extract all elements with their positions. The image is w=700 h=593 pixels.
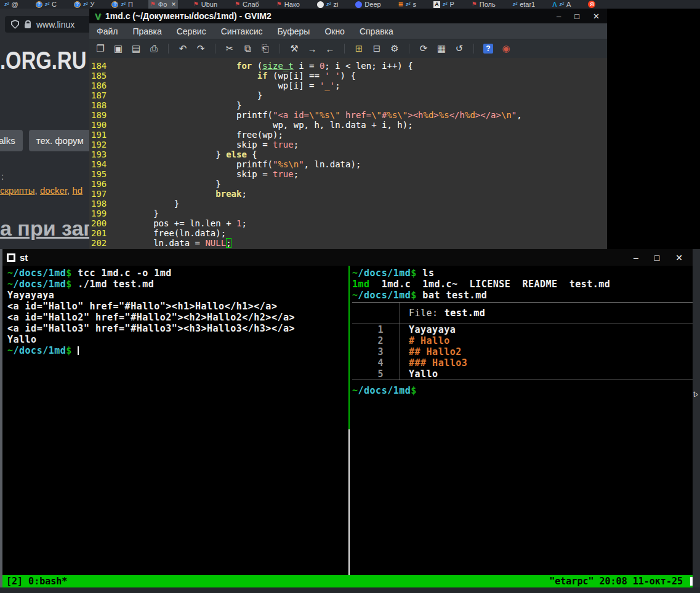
line-number: 190 (91, 120, 112, 130)
terminal-line: ~/docs/1md$ ls (352, 268, 693, 279)
minimize-button[interactable]: – (557, 12, 561, 21)
lock-icon (25, 23, 31, 28)
terminal-titlebar[interactable]: st – □ ✕ (2, 249, 693, 266)
toolbar-undo-icon[interactable]: ↶ (178, 43, 188, 54)
toolbar-cut-icon[interactable]: ✂ (225, 43, 235, 54)
arch-icon: Λ (552, 0, 557, 9)
toolbar-open-icon[interactable]: ❐ (95, 43, 105, 54)
taskbar-item[interactable]: Я (586, 0, 597, 9)
gvim-menu-item[interactable]: Синтаксис (221, 26, 263, 36)
taskbar-item[interactable]: ⚑Нако (275, 0, 302, 9)
toolbar-save-icon[interactable]: ▣ (113, 43, 123, 54)
line-number: 199 (91, 209, 112, 218)
toolbar-build-tags-icon[interactable]: ▦ (436, 43, 446, 54)
taskbar-item[interactable]: AzᶻP (432, 0, 456, 9)
toolbar-find-prev-icon[interactable]: ← (325, 44, 335, 54)
line-number: 188 (91, 100, 112, 110)
gvim-menu-item[interactable]: Справка (360, 26, 393, 36)
line-number: 186 (91, 81, 112, 90)
browser-link[interactable]: docker (40, 185, 67, 196)
toolbar-print-icon[interactable]: ⎙ (149, 43, 159, 54)
gvim-menu-item[interactable]: Окно (324, 26, 345, 36)
gvim-toolbar: ❐▣▤⎙↶↷✂⧉⎗⚒→←⊞⊟⚙⟳▦↺?◉ (89, 39, 607, 58)
gvim-window-controls: – □ ✕ (557, 9, 600, 23)
url-bar[interactable]: www.linux (5, 16, 92, 33)
tmux-session-windows[interactable]: [2] 0:bash* (6, 576, 67, 587)
toolbar-separator (473, 44, 474, 54)
toolbar-make-icon[interactable]: ⟳ (419, 43, 428, 54)
toolbar-load-session-icon[interactable]: ⊞ (354, 43, 364, 54)
sleep-icon: zᶻ (83, 0, 87, 9)
bat-file-label: File: (409, 308, 438, 319)
close-button[interactable]: ✕ (593, 12, 600, 21)
status-endcap (690, 577, 693, 586)
toolbar-find-help-icon[interactable]: ◉ (501, 43, 511, 54)
maximize-button[interactable]: □ (574, 12, 579, 21)
taskbar-item[interactable]: zᶻetar1 (511, 0, 537, 9)
gvim-menu-item[interactable]: Буферы (277, 26, 310, 36)
code-line: 191 free(wp); (91, 130, 607, 140)
terminal-icon (7, 253, 15, 262)
gvim-code[interactable]: 184 for (size_t i = 0; i < len; i++) {18… (89, 58, 607, 248)
taskbar-item[interactable]: ⚑Слаб (233, 0, 261, 9)
sleep-icon: zᶻ (560, 0, 564, 9)
close-icon[interactable]: ✕ (171, 0, 176, 9)
bat-line: 3## Hallo2 (352, 346, 693, 357)
code-line: 202 ln.data = NULL; (91, 238, 607, 248)
toolbar-paste-icon[interactable]: ⎗ (260, 43, 270, 54)
toolbar-tag-jump-icon[interactable]: ↺ (454, 43, 464, 54)
toolbar-save-all-icon[interactable]: ▤ (131, 43, 141, 54)
close-button[interactable]: ✕ (675, 253, 683, 263)
terminal-right-prompt: ~/docs/1md$ (352, 385, 693, 396)
bat-line-number: 2 (352, 335, 400, 346)
taskbar-item-label: У (90, 0, 94, 9)
taskbar-item[interactable]: ?zᶻП (110, 0, 134, 9)
taskbar-item[interactable]: ⚑Ubun (191, 0, 219, 9)
line-number: 195 (91, 169, 112, 179)
browser-link[interactable]: hd (72, 185, 82, 196)
tmux-pane-divider-active[interactable] (348, 266, 350, 429)
taskbar-item-label: Нако (284, 0, 300, 9)
line-number: 201 (91, 228, 112, 238)
tmux-pane-divider[interactable] (348, 429, 350, 575)
forum-heading-link[interactable]: а при зап (0, 217, 92, 241)
taskbar-item-label: P (449, 0, 454, 9)
taskbar-item[interactable]: ?zᶻУ (72, 0, 96, 9)
code-line: 193 } else { (91, 149, 607, 159)
gvim-menu-item[interactable]: Правка (132, 26, 161, 36)
taskbar-item[interactable]: ΛzᶻA (550, 0, 573, 9)
gvim-menubar: ФайлПравкаСервисСинтаксисБуферыОкноСправ… (89, 23, 607, 39)
terminal-pane-right[interactable]: ~/docs/1md$ ls1md 1md.c 1md.c~ LICENSE R… (352, 268, 693, 396)
taskbar-item[interactable]: zᶻ@ (2, 0, 20, 9)
code-line: 196 } (91, 179, 607, 189)
gvim-menu-item[interactable]: Сервис (177, 26, 206, 36)
terminal-line: <a id="Hallo2" href="#Hallo2"><h2>Hallo2… (7, 312, 295, 323)
gvim-titlebar[interactable]: V 1md.c (~/Документы/docs/1md) - GVIM2 –… (89, 9, 607, 23)
browser-tab[interactable]: alks (0, 130, 23, 151)
gvim-menu-item[interactable]: Файл (97, 26, 118, 36)
toolbar-copy-icon[interactable]: ⧉ (243, 43, 252, 54)
toolbar-separator (215, 44, 215, 54)
toolbar-find-replace-icon[interactable]: ⚒ (289, 43, 299, 54)
toolbar-run-script-icon[interactable]: ⚙ (390, 43, 400, 54)
taskbar-item[interactable]: ≣zᶻs (396, 0, 418, 9)
taskbar-item[interactable]: ⚑Фо✕ (148, 0, 178, 9)
url-text[interactable]: www.linux (36, 20, 74, 30)
toolbar-save-session-icon[interactable]: ⊟ (372, 43, 382, 54)
shield-icon[interactable] (11, 20, 19, 29)
browser-link[interactable]: скрипты (0, 185, 35, 196)
taskbar-item[interactable]: ?zᶻC (34, 0, 58, 9)
terminal-pane-left[interactable]: ~/docs/1md$ tcc 1md.c -o 1md~/docs/1md$ … (7, 268, 295, 356)
browser-tab[interactable]: тех. форум (29, 130, 91, 151)
code-line: 200 pos += ln.len + 1; (91, 218, 607, 228)
taskbar-item[interactable]: Deep (353, 0, 382, 9)
toolbar-find-next-icon[interactable]: → (307, 44, 317, 54)
bat-line: 4### Hallo3 (352, 357, 693, 368)
taskbar-item[interactable]: ⚑Поль (470, 0, 497, 9)
taskbar-item[interactable]: zᶻzi (315, 0, 340, 9)
maximize-button[interactable]: □ (654, 253, 659, 263)
toolbar-redo-icon[interactable]: ↷ (196, 43, 206, 54)
bat-line-number: 1 (352, 324, 400, 335)
toolbar-help-icon[interactable]: ? (483, 44, 493, 54)
minimize-button[interactable]: – (634, 253, 638, 263)
